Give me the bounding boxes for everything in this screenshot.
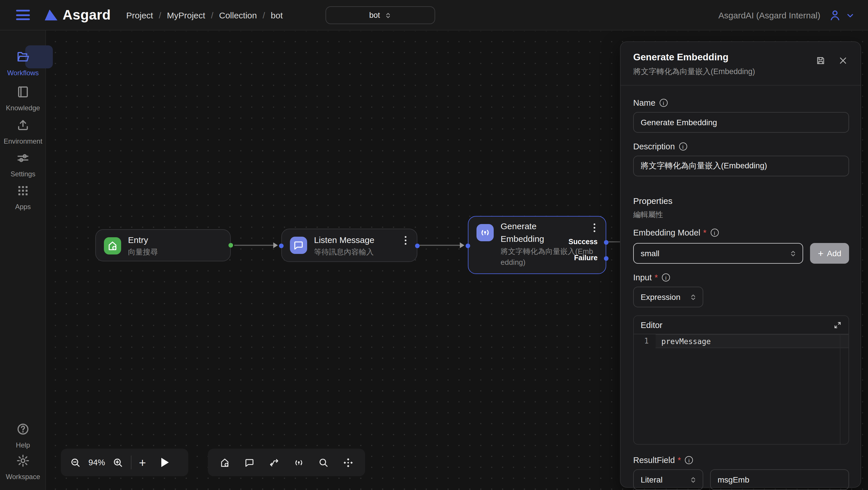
- result-field-label: ResultField*i: [633, 456, 693, 465]
- chat-bubble-icon: [290, 237, 307, 254]
- breadcrumb-bot[interactable]: bot: [271, 10, 283, 20]
- select-chevrons-icon: [384, 12, 392, 19]
- embedding-model-select[interactable]: small: [633, 243, 803, 264]
- result-field-input[interactable]: [710, 469, 849, 490]
- breadcrumb-project[interactable]: Project: [126, 10, 153, 20]
- sidebar-item-workspace[interactable]: Workspace: [0, 454, 46, 481]
- message-node-tool-icon[interactable]: [244, 457, 255, 468]
- sidebar-item-label: Help: [0, 441, 46, 449]
- help-icon: [16, 422, 30, 436]
- input-type-value: Expression: [641, 292, 681, 301]
- info-icon[interactable]: i: [685, 456, 693, 464]
- editor-header: Editor: [634, 316, 848, 334]
- input-port[interactable]: [466, 243, 470, 248]
- info-icon[interactable]: i: [679, 142, 687, 150]
- sidebar-item-settings[interactable]: Settings: [0, 151, 46, 178]
- sidebar-item-label: Workflows: [0, 69, 46, 77]
- move-canvas-tool-icon[interactable]: [343, 457, 353, 468]
- run-workflow-icon[interactable]: [162, 458, 169, 467]
- sidebar-item-workflows[interactable]: Workflows: [0, 50, 46, 77]
- name-input[interactable]: [633, 112, 849, 133]
- save-icon[interactable]: [816, 56, 826, 65]
- upload-icon: [16, 118, 30, 132]
- result-field-type-select[interactable]: Literal: [633, 469, 703, 490]
- zoom-level-value: 94%: [88, 458, 105, 467]
- input-type-select[interactable]: Expression: [633, 287, 703, 307]
- workflow-select[interactable]: bot: [326, 6, 435, 24]
- expand-icon[interactable]: [834, 321, 842, 329]
- zoom-in-icon[interactable]: [113, 457, 123, 468]
- breadcrumb-separator: /: [159, 10, 161, 20]
- name-field-label: Namei: [633, 98, 668, 108]
- node-subtitle: 等待訊息內容輸入: [314, 247, 374, 257]
- home-plus-icon: [104, 237, 121, 255]
- sidebar-item-environment[interactable]: Environment: [0, 118, 46, 145]
- sliders-icon: [16, 151, 30, 165]
- properties-heading: Properties: [633, 196, 673, 206]
- breadcrumb-collection[interactable]: Collection: [219, 10, 257, 20]
- node-menu-kebab-icon[interactable]: [401, 236, 409, 245]
- description-input[interactable]: [633, 156, 849, 176]
- plus-icon: +: [818, 249, 824, 258]
- sidebar-item-help[interactable]: Help: [0, 422, 46, 449]
- swap-arrows-tool-icon[interactable]: [269, 457, 280, 468]
- add-model-button[interactable]: +Add: [810, 243, 849, 264]
- breadcrumb-separator: /: [211, 10, 213, 20]
- output-port[interactable]: [228, 243, 233, 248]
- node-title: Entry: [128, 234, 148, 247]
- toolbar-divider: [131, 456, 131, 469]
- output-port-failure[interactable]: [604, 256, 609, 261]
- required-marker: *: [703, 228, 706, 237]
- output-port-success[interactable]: [604, 240, 609, 245]
- breadcrumb-separator: /: [262, 10, 265, 20]
- expression-editor: Editor 1 prevMessage: [633, 315, 849, 444]
- zoom-out-icon[interactable]: [70, 457, 81, 468]
- embedding-node-tool-icon[interactable]: [293, 457, 304, 468]
- node-properties-panel: Generate Embedding 將文字轉化為向量嵌入(Embedding)…: [620, 41, 861, 488]
- node-menu-kebab-icon[interactable]: [590, 224, 598, 232]
- canvas-zoom-toolbar: 94% +: [61, 449, 188, 476]
- required-marker: *: [655, 273, 658, 282]
- input-field-label: Input*i: [633, 273, 670, 282]
- search-tool-icon[interactable]: [318, 457, 329, 468]
- panel-header: Generate Embedding 將文字轉化為向量嵌入(Embedding): [621, 42, 861, 86]
- entry-node-tool-icon[interactable]: [219, 457, 230, 468]
- properties-subheading: 編輯屬性: [633, 210, 663, 220]
- code-line[interactable]: 1 prevMessage: [634, 334, 848, 348]
- output-port[interactable]: [415, 243, 420, 248]
- node-entry[interactable]: Entry 向量搜尋: [95, 229, 231, 261]
- top-bar: Asgard Project / MyProject / Collection …: [0, 0, 868, 30]
- node-listen-message[interactable]: Listen Message 等待訊息內容輸入: [281, 229, 417, 262]
- chevron-down-icon[interactable]: [846, 11, 854, 19]
- output-label-failure: Failure: [574, 254, 598, 262]
- select-chevrons-icon: [689, 293, 697, 301]
- hamburger-menu-icon[interactable]: [16, 10, 30, 20]
- info-icon[interactable]: i: [659, 99, 668, 107]
- editor-title: Editor: [641, 320, 662, 329]
- sidebar-item-label: Environment: [0, 137, 46, 145]
- user-icon[interactable]: [829, 9, 841, 21]
- embedding-model-label: Embedding Model*i: [633, 228, 718, 237]
- node-title: Generate Embedding: [501, 220, 567, 245]
- info-icon[interactable]: i: [710, 229, 718, 237]
- code-area[interactable]: 1 prevMessage: [634, 334, 848, 444]
- workflow-select-value: bot: [369, 11, 380, 20]
- required-marker: *: [678, 456, 681, 465]
- info-icon[interactable]: i: [662, 273, 670, 282]
- input-port[interactable]: [279, 243, 284, 248]
- book-icon: [16, 85, 30, 99]
- breadcrumb-myproject[interactable]: MyProject: [167, 10, 205, 20]
- account-label: AsgardAI (Asgard Internal): [718, 10, 820, 20]
- sidebar-item-knowledge[interactable]: Knowledge: [0, 85, 46, 112]
- select-chevrons-icon: [789, 250, 797, 257]
- editor-scroll-guide: [840, 334, 840, 444]
- refresh-bulb-icon: [476, 224, 494, 241]
- sidebar-item-label: Workspace: [0, 473, 46, 481]
- node-title: Listen Message: [314, 234, 374, 247]
- node-generate-embedding[interactable]: Generate Embedding 將文字轉化為向量嵌入(Embedding)…: [468, 216, 606, 274]
- sidebar-item-apps[interactable]: Apps: [0, 184, 46, 211]
- grid-icon: [16, 184, 30, 198]
- close-icon[interactable]: [838, 56, 848, 65]
- account-area: AsgardAI (Asgard Internal): [718, 0, 854, 30]
- add-node-icon[interactable]: +: [139, 456, 146, 468]
